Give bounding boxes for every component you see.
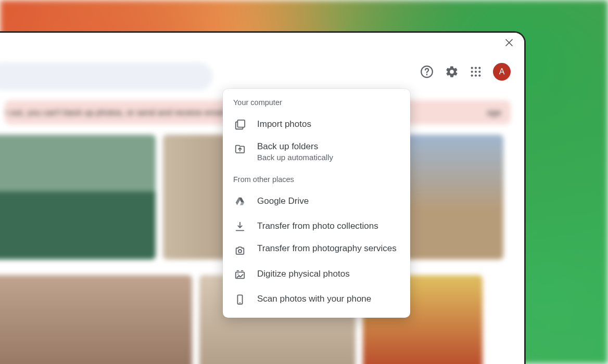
app-surface: un out, you can't back up photos, or sen… (0, 53, 524, 364)
digitize-icon (234, 269, 246, 280)
menu-item-label: Digitize physical photos (257, 268, 350, 280)
svg-rect-12 (237, 120, 245, 127)
download-icon (234, 221, 246, 232)
close-button[interactable] (503, 37, 515, 48)
svg-point-9 (475, 74, 477, 76)
svg-point-10 (478, 74, 480, 76)
window-titlebar (0, 33, 524, 53)
toolbar-icons: A (420, 63, 511, 81)
help-button[interactable] (420, 65, 434, 79)
menu-item-google-drive[interactable]: Google Drive (223, 189, 410, 214)
help-icon (420, 65, 434, 79)
menu-item-label: Transfer from photography services (257, 243, 397, 254)
menu-item-label: Back up folders (257, 141, 333, 152)
menu-item-transfer-collections[interactable]: Transfer from photo collections (223, 214, 410, 239)
menu-item-digitize-photos[interactable]: Digitize physical photos (223, 262, 410, 287)
svg-point-15 (237, 274, 238, 275)
settings-button[interactable] (445, 65, 459, 79)
dropdown-section-other-places: From other places (223, 172, 410, 189)
menu-item-label: Scan photos with your phone (257, 293, 371, 305)
banner-text-left: un out, you can't back up photos, or sen… (5, 108, 229, 118)
svg-point-3 (475, 67, 477, 69)
svg-point-1 (426, 74, 428, 75)
svg-point-4 (478, 67, 480, 69)
phone-icon (234, 294, 246, 305)
svg-point-8 (471, 74, 473, 76)
banner-text-right: age (466, 108, 501, 118)
svg-point-7 (478, 71, 480, 73)
avatar-initial: A (499, 67, 505, 76)
close-icon (505, 39, 513, 46)
photo-thumbnail[interactable] (0, 135, 156, 259)
menu-item-label: Import photos (257, 119, 311, 130)
svg-point-13 (238, 250, 242, 253)
photo-thumbnail[interactable] (0, 275, 192, 364)
dropdown-section-your-computer: Your computer (223, 98, 410, 112)
svg-point-5 (471, 71, 473, 73)
svg-rect-17 (239, 302, 241, 303)
import-dropdown: Your computer Import photos Back up fold… (223, 89, 410, 318)
menu-item-import-photos[interactable]: Import photos (223, 112, 410, 137)
svg-point-2 (471, 67, 473, 69)
menu-item-scan-phone[interactable]: Scan photos with your phone (223, 287, 410, 311)
backup-folders-icon (234, 143, 246, 154)
menu-item-sub: Back up automatically (257, 152, 333, 163)
account-avatar[interactable]: A (493, 63, 511, 81)
menu-item-backup-folders[interactable]: Back up folders Back up automatically (223, 137, 410, 167)
menu-item-transfer-services[interactable]: Transfer from photography services (223, 239, 410, 262)
import-photos-icon (234, 119, 246, 131)
apps-button[interactable] (470, 66, 482, 77)
menu-item-label: Transfer from photo collections (257, 220, 378, 232)
menu-item-label: Google Drive (257, 196, 309, 207)
google-drive-icon (234, 196, 246, 207)
camera-transfer-icon (234, 245, 246, 256)
gear-icon (445, 65, 459, 79)
svg-point-6 (475, 71, 477, 73)
apps-grid-icon (470, 66, 482, 77)
app-window: un out, you can't back up photos, or sen… (0, 31, 526, 364)
search-input[interactable] (0, 62, 213, 90)
